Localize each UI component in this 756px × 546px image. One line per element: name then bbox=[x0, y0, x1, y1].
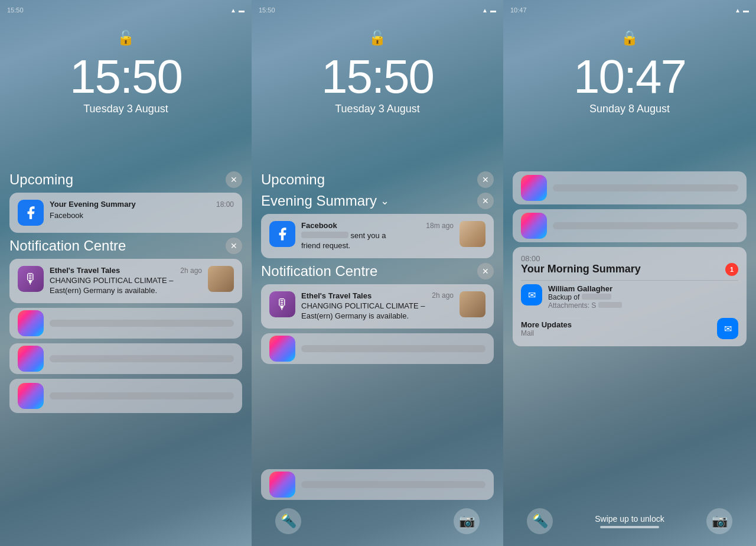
shortcuts-card-2-left bbox=[9, 343, 242, 374]
status-icons-left: ▲ ▬ bbox=[230, 7, 245, 14]
bottom-bar-middle: 🔦 📷 bbox=[252, 508, 503, 534]
close-icon-left: ✕ bbox=[230, 175, 237, 184]
status-icons-right: ▲ ▬ bbox=[735, 7, 749, 14]
lock-icon-left: 🔓 bbox=[117, 30, 135, 46]
evening-summary-label-middle: Evening Summary bbox=[261, 193, 377, 209]
mail-icon-more: ✉ bbox=[717, 318, 738, 339]
status-bar-middle: 15:50 ▲ ▬ bbox=[252, 0, 503, 17]
shortcuts-icon-2-middle bbox=[269, 472, 295, 498]
time-display-middle: 15:50 Tuesday 3 August bbox=[252, 53, 503, 115]
podcast-thumbnail-left bbox=[208, 266, 234, 292]
podcast-header-middle: Ethel's Travel Tales 2h ago bbox=[301, 291, 454, 300]
shortcuts-icon-top-1-right bbox=[521, 175, 547, 201]
notifcentre-close-middle[interactable]: ✕ bbox=[477, 263, 494, 280]
podcast-card-middle[interactable]: 🎙 Ethel's Travel Tales 2h ago CHANGING P… bbox=[261, 284, 494, 329]
close-icon-nc-left: ✕ bbox=[230, 241, 237, 251]
fb-evening-time-left: 18:00 bbox=[216, 200, 234, 209]
upcoming-header-middle: Upcoming ✕ bbox=[261, 171, 494, 188]
morning-mail-item: ✉ William Gallagher Backup of Attachment… bbox=[521, 280, 738, 313]
fb-evening-header-left: Your Evening Summary 18:00 bbox=[50, 200, 234, 210]
status-time-left: 15:50 bbox=[7, 6, 24, 14]
blurred-content-top-1-right bbox=[553, 184, 738, 191]
podcast-content-left: Ethel's Travel Tales 2h ago CHANGING POL… bbox=[50, 266, 202, 296]
podcast-row-left: 🎙 Ethel's Travel Tales 2h ago CHANGING P… bbox=[18, 266, 234, 296]
evening-summary-close-middle[interactable]: ✕ bbox=[477, 193, 494, 209]
evening-summary-title-middle[interactable]: Evening Summary ⌄ bbox=[261, 193, 389, 209]
blurred-content-1-left bbox=[50, 320, 234, 327]
flashlight-icon-right[interactable]: 🔦 bbox=[527, 508, 553, 534]
fb-evening-title-left: Your Evening Summary bbox=[50, 200, 136, 210]
fb-evening-card-left[interactable]: Your Evening Summary 18:00 Facebook bbox=[9, 193, 242, 233]
fb-friend-row-middle: Facebook 18m ago sent you afriend reques… bbox=[269, 221, 485, 251]
panel-middle: 15:50 ▲ ▬ 🔓 15:50 Tuesday 3 August Upcom… bbox=[252, 0, 503, 546]
shortcuts-icon-2-left bbox=[18, 346, 44, 372]
shortcuts-top-2-right bbox=[513, 209, 747, 242]
status-bar-left: 15:50 ▲ ▬ bbox=[0, 0, 252, 17]
podcast-row-middle: 🎙 Ethel's Travel Tales 2h ago CHANGING P… bbox=[269, 291, 485, 321]
battery-icon-middle: ▬ bbox=[490, 7, 496, 14]
podcasts-icon-middle: 🎙 bbox=[269, 291, 295, 317]
podcast-card-left[interactable]: 🎙 Ethel's Travel Tales 2h ago CHANGING P… bbox=[9, 259, 242, 303]
fb-evening-content-left: Your Evening Summary 18:00 Facebook bbox=[50, 200, 234, 221]
notifcentre-header-middle: Notification Centre ✕ bbox=[261, 263, 494, 280]
shortcuts-icon-1-middle bbox=[269, 336, 295, 362]
podcast-appname-left: Ethel's Travel Tales bbox=[50, 266, 120, 275]
time-large-right: 10:47 bbox=[503, 53, 756, 100]
blurred-content-2-left bbox=[50, 355, 234, 362]
podcast-thumbnail-middle bbox=[460, 291, 485, 317]
morning-body: Attachments: S bbox=[548, 301, 738, 310]
camera-icon-right[interactable]: 📷 bbox=[706, 508, 732, 534]
notifcentre-title-middle: Notification Centre bbox=[261, 263, 377, 280]
notifcentre-close-left[interactable]: ✕ bbox=[226, 238, 242, 254]
bottom-bar-right: 🔦 Swipe up to unlock 📷 bbox=[503, 508, 756, 534]
upcoming-close-left[interactable]: ✕ bbox=[226, 171, 242, 188]
upcoming-close-middle[interactable]: ✕ bbox=[477, 171, 494, 188]
shortcuts-card-3-left bbox=[9, 379, 242, 413]
morning-summary-card[interactable]: 08:00 Your Morning Summary 1 ✉ William G… bbox=[513, 247, 747, 346]
notifcentre-title-left: Notification Centre bbox=[9, 238, 126, 254]
swipe-area-right: Swipe up to unlock bbox=[595, 514, 664, 528]
evening-summary-header-middle: Evening Summary ⌄ ✕ bbox=[261, 193, 494, 209]
shortcuts-icon-3-left bbox=[18, 383, 44, 409]
podcast-content-middle: Ethel's Travel Tales 2h ago CHANGING POL… bbox=[301, 291, 454, 321]
mail-icon-morning: ✉ bbox=[521, 284, 542, 306]
camera-icon-middle[interactable]: 📷 bbox=[454, 508, 480, 534]
shortcuts-card-2-middle bbox=[261, 469, 494, 500]
podcast-time-left: 2h ago bbox=[180, 266, 202, 275]
status-bar-right: 10:47 ▲ ▬ bbox=[503, 0, 756, 17]
morning-title: Your Morning Summary bbox=[521, 263, 641, 275]
morning-sender: William Gallagher bbox=[548, 284, 738, 293]
more-updates-sub: Mail bbox=[521, 329, 572, 337]
battery-icon-left: ▬ bbox=[239, 7, 245, 14]
morning-more: More Updates Mail ✉ bbox=[521, 313, 738, 339]
time-display-right: 10:47 Sunday 8 August bbox=[503, 53, 756, 115]
podcast-appname-middle: Ethel's Travel Tales bbox=[301, 291, 372, 300]
time-display-left: 15:50 Tuesday 3 August bbox=[0, 53, 252, 115]
flashlight-icon-middle[interactable]: 🔦 bbox=[275, 508, 301, 534]
notifications-right: 08:00 Your Morning Summary 1 ✉ William G… bbox=[513, 171, 747, 351]
facebook-icon-left bbox=[18, 200, 44, 226]
morning-subject: Backup of bbox=[548, 293, 738, 301]
date-right: Sunday 8 August bbox=[503, 103, 756, 115]
date-left: Tuesday 3 August bbox=[0, 103, 252, 115]
notifications-left: Upcoming ✕ Your Evening Summary 18:00 Fa… bbox=[9, 171, 242, 418]
panel-left: 15:50 ▲ ▬ 🔓 15:50 Tuesday 3 August Upcom… bbox=[0, 0, 252, 546]
facebook-icon-middle bbox=[269, 221, 295, 247]
shortcuts-card-1-left bbox=[9, 308, 242, 339]
fb-friend-header-middle: Facebook 18m ago bbox=[301, 221, 454, 230]
swipe-text-right: Swipe up to unlock bbox=[595, 514, 664, 524]
fb-friend-card-middle[interactable]: Facebook 18m ago sent you afriend reques… bbox=[261, 214, 494, 258]
shortcuts-icon-top-2-right bbox=[521, 213, 547, 239]
blurred-content-1-middle bbox=[301, 345, 485, 352]
lock-icon-middle: 🔓 bbox=[369, 30, 386, 46]
upcoming-title-left: Upcoming bbox=[9, 171, 73, 188]
status-time-right: 10:47 bbox=[510, 6, 527, 14]
morning-more-text: More Updates Mail bbox=[521, 320, 572, 337]
bottom-blurred-middle bbox=[261, 469, 494, 505]
podcast-header-left: Ethel's Travel Tales 2h ago bbox=[50, 266, 202, 275]
podcast-body-middle: CHANGING POLITICAL CLIMATE –East(ern) Ge… bbox=[301, 301, 454, 321]
battery-icon-right: ▬ bbox=[743, 7, 749, 14]
blurred-content-top-2-right bbox=[553, 222, 738, 229]
shortcuts-icon-1-left bbox=[18, 310, 44, 336]
fb-evening-row-left: Your Evening Summary 18:00 Facebook bbox=[18, 200, 234, 226]
